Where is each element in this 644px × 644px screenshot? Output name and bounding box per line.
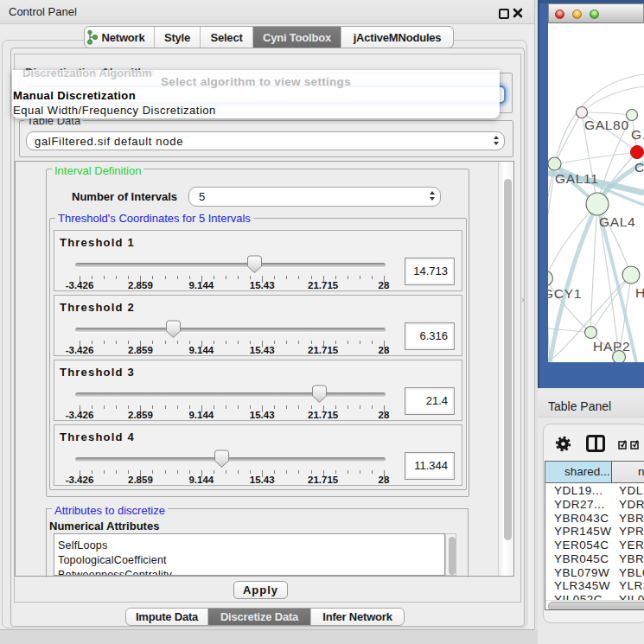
svg-text:GCY1: GCY1 bbox=[548, 286, 582, 301]
svg-text:GAL4: GAL4 bbox=[599, 214, 635, 229]
svg-text:G.: G. bbox=[631, 127, 644, 142]
svg-text:C: C bbox=[634, 160, 644, 175]
svg-text:HAP2: HAP2 bbox=[593, 339, 630, 354]
svg-text:GAL80: GAL80 bbox=[584, 118, 629, 132]
svg-text:H: H bbox=[635, 285, 644, 300]
svg-text:GAL11: GAL11 bbox=[555, 171, 599, 186]
